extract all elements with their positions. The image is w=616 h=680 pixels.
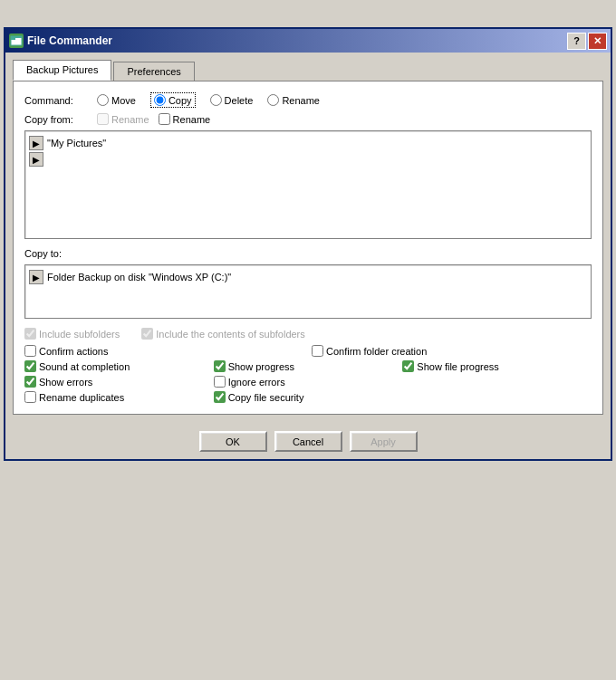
rename-duplicates-checkbox[interactable]: Rename duplicates <box>24 391 214 403</box>
window-content: Backup Pictures Preferences Command: Mov… <box>5 53 611 422</box>
command-radio-group: Move Copy Delete Rename <box>97 92 320 108</box>
command-label: Command: <box>24 95 97 106</box>
title-bar: File Commander ? ✕ <box>5 29 611 53</box>
options-row-2: Sound at completion Show progress Show f… <box>24 360 592 372</box>
copy-to-box[interactable]: ▶ Folder Backup on disk "Windows XP (C:)… <box>24 264 592 319</box>
options-row-4: Rename duplicates Copy file security <box>24 391 592 403</box>
radio-rename[interactable]: Rename <box>267 94 320 106</box>
source-arrow-0[interactable]: ▶ <box>29 136 43 150</box>
copy-to-arrow-0[interactable]: ▶ <box>29 270 43 284</box>
copy-file-security-input[interactable] <box>214 391 226 403</box>
radio-copy-input[interactable] <box>154 94 166 106</box>
svg-rect-2 <box>11 36 22 38</box>
cancel-button[interactable]: Cancel <box>274 431 342 452</box>
sound-at-completion-input[interactable] <box>24 360 36 372</box>
title-bar-buttons: ? ✕ <box>567 33 607 50</box>
source-arrow-1[interactable]: ▶ <box>29 152 43 167</box>
radio-move-input[interactable] <box>97 94 109 106</box>
tab-bar: Backup Pictures Preferences <box>13 60 603 81</box>
ignore-errors-input[interactable] <box>214 376 226 388</box>
button-row: OK Cancel Apply <box>5 422 611 459</box>
show-progress-checkbox[interactable]: Show progress <box>214 360 403 372</box>
source-list-item-0: ▶ "My Pictures" <box>29 135 587 151</box>
rename-checkbox-disabled[interactable]: Rename <box>97 113 149 125</box>
copy-to-label: Copy to: <box>24 248 97 259</box>
radio-move[interactable]: Move <box>97 94 136 106</box>
radio-delete[interactable]: Delete <box>210 94 254 106</box>
show-errors-checkbox[interactable]: Show errors <box>24 376 214 388</box>
options-section: Confirm actions Confirm folder creation … <box>24 345 592 403</box>
app-icon <box>9 34 24 48</box>
ignore-errors-checkbox[interactable]: Ignore errors <box>214 376 403 388</box>
options-row-3: Show errors Ignore errors <box>24 376 592 388</box>
tab-backup-pictures[interactable]: Backup Pictures <box>13 60 111 81</box>
confirm-actions-input[interactable] <box>24 345 36 357</box>
include-options-row: Include subfolders Include the contents … <box>24 328 592 340</box>
sound-at-completion-checkbox[interactable]: Sound at completion <box>24 360 214 372</box>
show-errors-input[interactable] <box>24 376 36 388</box>
show-file-progress-checkbox[interactable]: Show file progress <box>402 360 592 372</box>
source-list-item-1: ▶ <box>29 151 587 168</box>
main-window: File Commander ? ✕ Backup Pictures Prefe… <box>4 27 612 461</box>
rename-checkbox-disabled-input[interactable] <box>97 113 109 125</box>
command-row: Command: Move Copy Delete <box>24 92 592 108</box>
show-file-progress-input[interactable] <box>402 360 414 372</box>
confirm-folder-creation-checkbox[interactable]: Confirm folder creation <box>312 345 592 357</box>
confirm-actions-checkbox[interactable]: Confirm actions <box>24 345 304 357</box>
radio-copy[interactable]: Copy <box>150 92 196 108</box>
copy-to-label-row: Copy to: <box>24 248 592 259</box>
copy-from-row: Copy from: Rename Rename <box>24 113 592 125</box>
ok-button[interactable]: OK <box>199 431 267 452</box>
apply-button[interactable]: Apply <box>350 431 418 452</box>
confirm-folder-creation-input[interactable] <box>312 345 323 357</box>
copy-to-item-0: ▶ Folder Backup on disk "Windows XP (C:)… <box>29 269 587 285</box>
radio-delete-input[interactable] <box>210 94 222 106</box>
tab-preferences[interactable]: Preferences <box>113 62 194 81</box>
rename-checkbox[interactable]: Rename <box>159 113 211 125</box>
help-button[interactable]: ? <box>567 33 586 50</box>
rename-checkbox-input[interactable] <box>159 113 170 125</box>
copy-from-label: Copy from: <box>24 114 97 125</box>
tab-content: Command: Move Copy Delete <box>13 81 603 415</box>
close-button[interactable]: ✕ <box>588 33 607 50</box>
rename-duplicates-input[interactable] <box>24 391 36 403</box>
source-list-box[interactable]: ▶ "My Pictures" ▶ <box>24 130 592 239</box>
include-subfolders-input[interactable] <box>24 328 36 340</box>
include-subfolders[interactable]: Include subfolders <box>24 328 120 340</box>
window-title: File Commander <box>27 34 567 47</box>
show-progress-input[interactable] <box>214 360 226 372</box>
options-row-1: Confirm actions Confirm folder creation <box>24 345 592 357</box>
include-contents[interactable]: Include the contents of subfolders <box>141 328 305 340</box>
include-contents-input[interactable] <box>141 328 153 340</box>
copy-file-security-checkbox[interactable]: Copy file security <box>214 391 403 403</box>
radio-rename-input[interactable] <box>267 94 279 106</box>
